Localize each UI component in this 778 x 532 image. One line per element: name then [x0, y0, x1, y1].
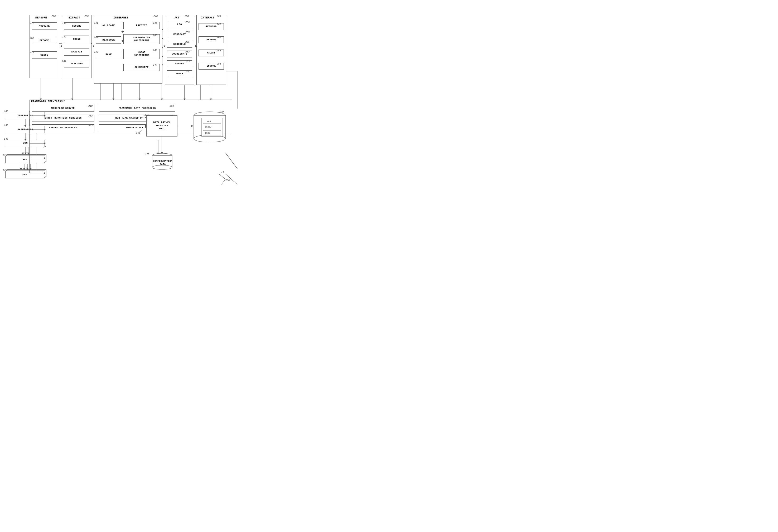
- interact-ref: 260: [217, 15, 221, 18]
- measure-label: MEASURE: [35, 16, 47, 19]
- error-reporting-ref: 302: [88, 115, 92, 117]
- fda-ref: 304: [169, 105, 174, 107]
- diagnose-ref: 242: [94, 36, 98, 39]
- acquire-box: ACQUIRE: [32, 22, 57, 30]
- enterprise-box: ENTERPRISE: [6, 112, 45, 119]
- vhm-ref: 140: [4, 138, 8, 141]
- evaluate-box: EVALUATE: [64, 60, 89, 68]
- record-ref: 235: [62, 22, 66, 25]
- invoke-ref: 264: [217, 63, 221, 65]
- database-ref: 190: [219, 111, 224, 113]
- framework-data-accessors-box: FRAMEWORK DATA ACCESSORS: [99, 105, 175, 112]
- diagnose-box: DIAGNOSE: [96, 36, 121, 44]
- log-ref: 256: [185, 21, 189, 24]
- svg-text:350a/: 350a/: [205, 126, 212, 128]
- extract-ref: 230: [84, 15, 89, 18]
- data-driven-ref: 171: [145, 114, 149, 116]
- record-box: RECORD: [64, 22, 89, 30]
- decode-box: DECODE: [32, 37, 57, 44]
- ahm-ref: 130: [3, 154, 7, 156]
- evaluate-ref: 231: [62, 60, 66, 63]
- graph-ref: 263: [217, 50, 221, 52]
- svg-marker-142: [27, 153, 29, 154]
- svg-line-157: [225, 153, 237, 169]
- vhm-box: VHM: [6, 140, 45, 147]
- framework-label: FRAMEWORK SERVICES: [31, 100, 61, 103]
- ehm-ref: 120: [3, 169, 7, 171]
- architecture-diagram: MEASURE 220 ACQUIRE 221 DECODE 222 SENSE…: [0, 0, 345, 236]
- acquire-ref: 221: [29, 22, 34, 25]
- main-database: 350a/ 350b 185: [192, 111, 227, 142]
- predict-ref: 244: [153, 22, 157, 24]
- workflow-server-box: WORKFLOW SERVER: [32, 105, 94, 112]
- analyze-box: ANALYZE: [64, 48, 89, 56]
- interpret-label: INTERPRET: [113, 16, 129, 19]
- svg-line-88: [219, 174, 225, 179]
- rank-ref: 243: [94, 51, 98, 54]
- trend-ref: 232: [62, 35, 66, 38]
- svg-text:350b: 350b: [205, 132, 210, 134]
- measure-ref: 220: [52, 15, 56, 18]
- svg-marker-140: [24, 153, 27, 154]
- svg-text:185: 185: [207, 120, 211, 122]
- consumption-ref: 245: [153, 34, 157, 37]
- workflow-ref: 310: [88, 105, 92, 107]
- usage-ref: 246: [153, 49, 157, 52]
- interact-label: INTERACT: [201, 16, 214, 19]
- track-ref: 254: [185, 70, 189, 73]
- decode-ref: 222: [29, 37, 34, 39]
- report-ref: 253: [185, 60, 189, 63]
- coordinate-ref: 252: [185, 51, 189, 53]
- maintainer-box: MAINTAINER: [6, 126, 45, 133]
- interpret-ref: 240: [153, 15, 158, 18]
- act-label: ACT: [174, 16, 179, 19]
- enterprise-ref: 160: [4, 110, 8, 113]
- svg-line-89: [222, 179, 225, 184]
- sense-box: SENSE: [32, 52, 57, 59]
- config-data-ref: 180: [145, 153, 149, 155]
- render-ref: 262: [217, 36, 221, 39]
- act-ref: 250: [184, 15, 189, 18]
- summarize-ref: 247: [153, 64, 157, 66]
- arrow-200-icon: ↗: [220, 168, 225, 175]
- schedule-ref: 251: [185, 41, 189, 43]
- trend-box: TREND: [64, 35, 89, 43]
- allocate-box: ALLOCATE: [96, 22, 121, 29]
- allocate-ref: 241: [94, 22, 98, 24]
- ahm-box1: AHM: [5, 156, 44, 163]
- rank-box: RANK: [96, 51, 121, 58]
- arrow-200-ref: 200: [225, 179, 230, 182]
- forecast-ref: 255: [185, 31, 189, 34]
- ehm-box1: EHM: [5, 171, 44, 178]
- sense-ref: 223: [29, 52, 34, 54]
- data-driven-box: DATA DRIVENMODELINGTOOL: [146, 115, 177, 137]
- maintainer-ref: 150: [4, 124, 8, 127]
- extract-label: EXTRACT: [69, 16, 80, 19]
- config-data-label: CONFIGURATIONDATA: [147, 160, 178, 166]
- framework-ref: 301: [61, 100, 65, 103]
- debugging-ref: 303: [88, 124, 92, 127]
- svg-marker-138: [22, 153, 24, 154]
- respond-ref: 261: [217, 23, 221, 26]
